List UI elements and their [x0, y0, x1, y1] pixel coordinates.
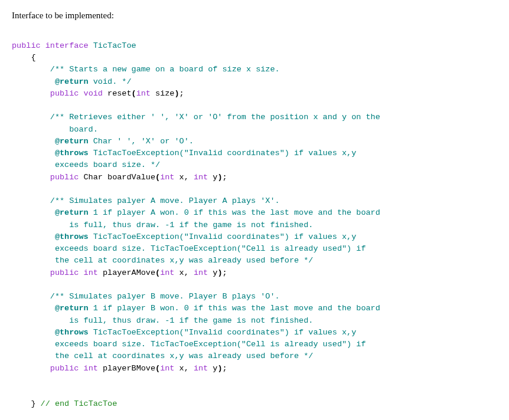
comment-bv-throws2: exceeds board size. */ [50, 160, 160, 169]
method-playerbmove: playerBMove [98, 364, 155, 373]
brace-close: } [31, 399, 35, 408]
method-playeramove: playerAMove [98, 268, 155, 277]
keyword-void: void [84, 89, 103, 98]
tag-throws-1: @throws [55, 149, 89, 158]
paren-close-3: ) [217, 268, 222, 277]
keyword-int-4: int [84, 268, 98, 277]
comment-pb-return: 1 if player B won. 0 if this was the las… [89, 304, 380, 313]
keyword-int-7: int [84, 364, 98, 373]
code-block: public interface TicTacToe { /** Starts … [12, 40, 497, 411]
comma-1: , [184, 173, 189, 182]
tag-return-4: @return [55, 304, 89, 313]
keyword-int-5: int [160, 268, 174, 277]
comment-pa-throws3: the cell at coordinates x,y was already … [50, 256, 314, 265]
comment-pb-throws2: exceeds board size. TicTacToeException("… [50, 340, 366, 349]
param-y-3: y [208, 364, 217, 373]
semicolon-1: ; [180, 89, 184, 98]
keyword-int-2: int [160, 173, 174, 182]
tag-return-2: @return [55, 137, 89, 146]
comment-bv-throws: TicTacToeException("Invalid coordinates"… [89, 149, 357, 158]
paren-open-1: ( [132, 89, 136, 98]
comment-pa-return2: is full, thus draw. -1 if the game is no… [50, 221, 314, 229]
keyword-int-3: int [194, 173, 208, 182]
comment-bv-return: Char ' ', 'X' or 'O'. [89, 137, 194, 146]
tag-return-3: @return [55, 208, 89, 217]
param-y-1: y [208, 173, 217, 182]
keyword-int-8: int [160, 364, 174, 373]
semicolon-2: ; [223, 173, 227, 182]
end-comment: // end TicTacToe [36, 399, 118, 408]
keyword-public-4: public [50, 268, 79, 277]
paren-close-1: ) [174, 89, 179, 98]
paren-close-4: ) [217, 364, 222, 373]
param-size: size [151, 89, 175, 98]
tag-throws-2: @throws [55, 232, 89, 241]
comma-3: , [184, 364, 189, 373]
keyword-public-5: public [50, 364, 79, 373]
comma-2: , [184, 268, 189, 277]
comment-pb-return2: is full, thus draw. -1 if the game is no… [50, 316, 314, 325]
param-x-1: x [174, 173, 184, 182]
comment-reset-return: void. */ [89, 77, 132, 86]
method-boardvalue: boardValue [103, 173, 155, 182]
keyword-interface: interface [45, 41, 89, 50]
comment-pa-1: /** Simulates palyer A move. Player A pl… [50, 196, 280, 205]
class-name: TicTacToe [93, 41, 136, 50]
paren-open-3: ( [155, 268, 160, 277]
comment-bv-1b: board. [50, 125, 98, 134]
ret-type-char: Char [79, 173, 103, 182]
keyword-int-6: int [194, 268, 208, 277]
comment-pb-throws: TicTacToeException("Invalid coordinates"… [89, 328, 357, 337]
comment-pa-return: 1 if player A won. 0 if this was the las… [89, 208, 380, 217]
paren-open-4: ( [155, 364, 160, 373]
semicolon-4: ; [223, 364, 227, 373]
paren-close-2: ) [217, 173, 222, 182]
param-y-2: y [208, 268, 217, 277]
param-x-3: x [174, 364, 184, 373]
keyword-public: public [12, 41, 41, 50]
brace-open: { [31, 53, 35, 62]
tag-throws-3: @throws [55, 328, 89, 337]
keyword-int-9: int [194, 364, 208, 373]
comment-reset-1: /** Starts a new game on a board of size… [50, 65, 280, 74]
comment-pa-throws2: exceeds board size. TicTacToeException("… [50, 244, 366, 253]
semicolon-3: ; [223, 268, 227, 277]
keyword-public-3: public [50, 173, 79, 182]
comment-pb-1: /** Simulates palyer B move. Player B pl… [50, 292, 280, 301]
comment-pb-throws3: the cell at coordinates x,y was already … [50, 352, 314, 360]
method-reset: reset [103, 89, 132, 98]
keyword-int-1: int [136, 89, 151, 98]
param-x-2: x [174, 268, 184, 277]
comment-bv-1: /** Retrieves either ' ', 'X' or 'O' fro… [50, 113, 380, 122]
tag-return-1: @return [55, 77, 89, 86]
paren-open-2: ( [155, 173, 160, 182]
keyword-public-2: public [50, 89, 79, 98]
document-heading: Interface to be implemented: [12, 9, 497, 22]
comment-pa-throws: TicTacToeException("Invalid coordinates"… [89, 232, 357, 241]
